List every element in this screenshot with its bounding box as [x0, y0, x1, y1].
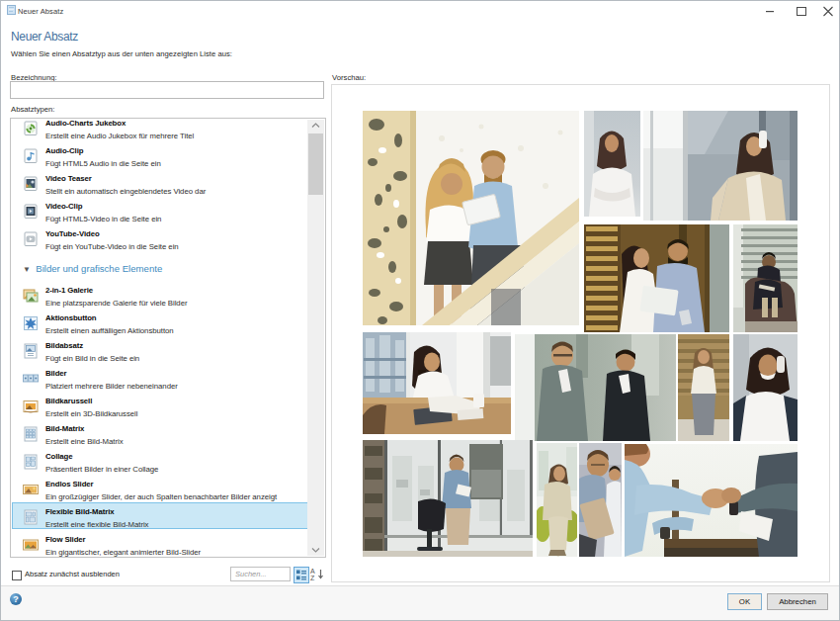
- svg-text:A: A: [310, 568, 315, 575]
- svg-text:Z: Z: [310, 575, 315, 581]
